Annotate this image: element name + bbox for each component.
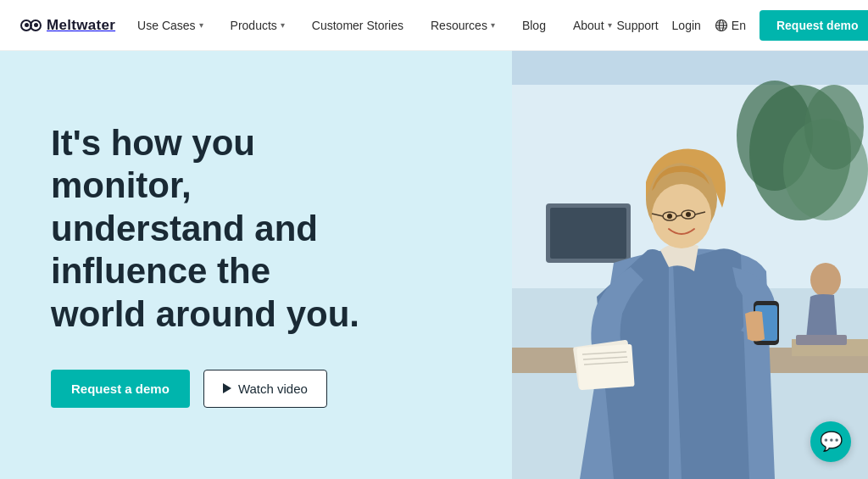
nav-item-products[interactable]: Products ▾ bbox=[225, 15, 290, 36]
logo-pupil-right bbox=[34, 23, 38, 27]
logo-text: Meltwater bbox=[47, 17, 115, 34]
globe-icon bbox=[715, 19, 728, 32]
chevron-down-icon: ▾ bbox=[608, 20, 612, 30]
language-selector[interactable]: En bbox=[715, 19, 746, 32]
play-icon bbox=[223, 383, 231, 393]
chevron-down-icon: ▾ bbox=[281, 20, 285, 30]
nav-item-about[interactable]: About ▾ bbox=[568, 15, 617, 36]
svg-rect-7 bbox=[512, 51, 868, 85]
logo-icon bbox=[20, 19, 42, 31]
request-demo-button[interactable]: Request demo bbox=[760, 10, 868, 41]
svg-point-31 bbox=[810, 263, 841, 297]
logo-eye-right bbox=[30, 19, 42, 31]
nav-item-blog[interactable]: Blog bbox=[517, 15, 551, 36]
hero-buttons: Request a demo Watch video bbox=[51, 370, 441, 408]
hero-content: It's how you monitor, understand and inf… bbox=[51, 122, 475, 408]
logo-pupil-left bbox=[25, 23, 29, 27]
request-demo-hero-button[interactable]: Request a demo bbox=[51, 370, 190, 408]
svg-point-23 bbox=[686, 212, 691, 217]
chevron-down-icon: ▾ bbox=[199, 20, 203, 30]
svg-rect-13 bbox=[550, 208, 626, 259]
svg-rect-27 bbox=[576, 344, 634, 390]
navbar-right: Support Login En Request demo bbox=[617, 10, 868, 41]
logo[interactable]: Meltwater bbox=[20, 17, 115, 34]
navbar: Meltwater Use Cases ▾ Products ▾ Custome… bbox=[0, 0, 868, 51]
watch-video-button[interactable]: Watch video bbox=[203, 370, 327, 408]
support-link[interactable]: Support bbox=[617, 19, 659, 32]
svg-rect-33 bbox=[796, 335, 847, 345]
navbar-left: Meltwater Use Cases ▾ Products ▾ Custome… bbox=[20, 15, 617, 36]
chevron-down-icon: ▾ bbox=[491, 20, 495, 30]
login-link[interactable]: Login bbox=[672, 19, 701, 32]
chat-icon: 💬 bbox=[820, 431, 843, 453]
lang-label: En bbox=[732, 19, 746, 32]
svg-line-19 bbox=[676, 215, 682, 216]
nav-item-customer-stories[interactable]: Customer Stories bbox=[307, 15, 409, 36]
chat-bubble[interactable]: 💬 bbox=[810, 421, 851, 462]
hero-illustration bbox=[512, 51, 868, 479]
hero-section: It's how you monitor, understand and inf… bbox=[0, 51, 868, 479]
nav-item-resources[interactable]: Resources ▾ bbox=[426, 15, 500, 36]
svg-point-22 bbox=[667, 214, 672, 219]
hero-image bbox=[512, 51, 868, 479]
hero-headline: It's how you monitor, understand and inf… bbox=[51, 122, 373, 336]
svg-point-11 bbox=[804, 85, 864, 170]
nav-item-use-cases[interactable]: Use Cases ▾ bbox=[132, 15, 208, 36]
watch-video-label: Watch video bbox=[238, 382, 308, 396]
